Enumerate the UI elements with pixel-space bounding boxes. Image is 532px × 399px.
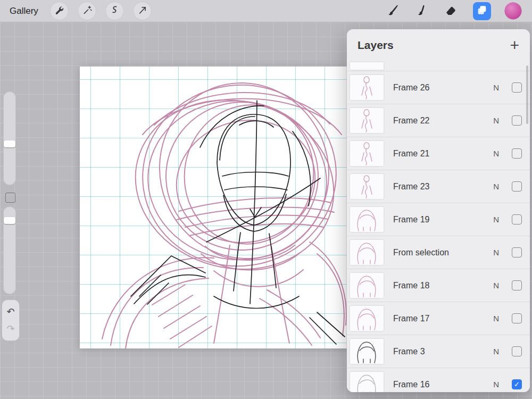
layer-thumbnail[interactable] <box>350 339 384 364</box>
layer-list: Frame 26 N Frame 22 N <box>347 61 530 392</box>
wrench-icon <box>54 5 64 17</box>
layer-thumbnail[interactable] <box>350 273 384 298</box>
selection-s-icon <box>110 5 120 17</box>
blend-mode-button[interactable]: N <box>493 248 499 257</box>
undo-icon[interactable]: ↶ <box>6 307 14 317</box>
add-layer-button[interactable]: + <box>510 38 519 52</box>
drawing-canvas[interactable] <box>80 66 352 348</box>
top-toolbar: Gallery <box>0 0 532 22</box>
layer-thumbnail[interactable] <box>350 240 384 265</box>
actions-button[interactable] <box>51 2 68 20</box>
layer-row[interactable]: Frame 23 N <box>347 170 530 203</box>
layer-name: Frame 22 <box>393 116 493 126</box>
layers-button[interactable] <box>473 2 491 20</box>
blend-mode-button[interactable]: N <box>493 215 499 224</box>
brush-size-handle[interactable] <box>4 140 15 147</box>
visibility-checkbox[interactable] <box>512 214 522 225</box>
visibility-checkbox[interactable] <box>512 82 522 93</box>
layer-name: Frame 21 <box>393 149 493 159</box>
layer-row[interactable]: Frame 16 N ✓ <box>347 368 530 392</box>
blend-mode-button[interactable]: N <box>493 380 499 389</box>
blend-mode-button[interactable]: N <box>493 149 499 158</box>
blend-mode-button[interactable]: N <box>493 182 499 191</box>
layer-thumbnail[interactable] <box>350 207 384 232</box>
visibility-checkbox[interactable] <box>512 247 522 257</box>
blend-mode-button[interactable]: N <box>493 83 499 92</box>
layer-name: Frame 23 <box>393 182 493 192</box>
layer-thumbnail[interactable] <box>350 174 384 199</box>
visibility-checkbox[interactable] <box>512 148 522 159</box>
eraser-icon <box>444 4 457 19</box>
layer-row[interactable]: From selection N <box>347 236 530 269</box>
opacity-handle[interactable] <box>4 217 15 224</box>
layer-thumbnail[interactable] <box>350 372 384 392</box>
toolbar-right-group <box>371 2 532 20</box>
layer-thumbnail[interactable] <box>350 62 384 70</box>
blend-mode-button[interactable]: N <box>493 314 499 323</box>
sketch-artwork <box>80 66 352 348</box>
visibility-checkbox[interactable] <box>512 280 522 290</box>
blend-mode-button[interactable]: N <box>493 116 499 125</box>
blend-mode-button[interactable]: N <box>493 281 499 290</box>
modify-button[interactable] <box>5 193 15 203</box>
layers-title: Layers <box>358 39 394 52</box>
paint-button[interactable] <box>387 4 400 19</box>
layer-name: Frame 18 <box>393 281 493 290</box>
layer-row[interactable]: Frame 21 N <box>347 137 530 170</box>
layers-icon <box>476 4 488 18</box>
layer-name: Frame 16 <box>393 380 493 389</box>
blend-mode-button[interactable]: N <box>493 347 499 356</box>
smudge-brush-icon <box>415 4 428 19</box>
layer-row[interactable]: Frame 26 N <box>347 71 530 104</box>
layer-name: From selection <box>393 248 493 257</box>
smudge-button[interactable] <box>415 4 428 19</box>
transform-button[interactable] <box>134 2 151 20</box>
layer-row[interactable]: Frame 18 N <box>347 269 530 302</box>
color-swatch[interactable] <box>505 3 521 19</box>
layer-name: Frame 19 <box>393 215 493 225</box>
visibility-checkbox[interactable] <box>512 181 522 192</box>
magic-wand-icon <box>82 5 92 17</box>
layer-thumbnail[interactable] <box>350 141 384 166</box>
layers-panel: Layers + Frame 26 N <box>347 29 530 392</box>
adjustments-button[interactable] <box>78 2 96 20</box>
visibility-checkbox[interactable]: ✓ <box>512 379 522 389</box>
scrollbar[interactable] <box>526 65 528 124</box>
brush-size-slider[interactable] <box>3 92 16 185</box>
layer-row[interactable]: Frame 19 N <box>347 203 530 236</box>
layers-panel-header: Layers + <box>347 29 530 61</box>
layer-thumbnail[interactable] <box>350 306 384 331</box>
toolbar-left-group: Gallery <box>0 2 151 20</box>
layer-row-partial[interactable] <box>347 61 530 71</box>
transform-arrow-icon <box>137 5 147 17</box>
layer-thumbnail[interactable] <box>350 108 384 133</box>
gallery-button[interactable]: Gallery <box>10 6 38 16</box>
paintbrush-icon <box>387 4 400 19</box>
visibility-checkbox[interactable] <box>512 115 522 126</box>
redo-icon[interactable]: ↷ <box>6 324 14 334</box>
layer-thumbnail[interactable] <box>350 75 384 100</box>
visibility-checkbox[interactable] <box>512 313 522 323</box>
undo-redo-group: ↶ ↷ <box>2 300 19 340</box>
layer-row[interactable]: Frame 3 N <box>347 335 530 368</box>
visibility-checkbox[interactable] <box>512 346 522 356</box>
layer-row[interactable]: Frame 22 N <box>347 104 530 137</box>
layer-row[interactable]: Frame 17 N <box>347 302 530 335</box>
erase-button[interactable] <box>444 4 457 19</box>
selection-button[interactable] <box>106 2 123 20</box>
layer-name: Frame 3 <box>393 347 493 356</box>
layer-name: Frame 17 <box>393 314 493 323</box>
layer-name: Frame 26 <box>393 83 493 93</box>
